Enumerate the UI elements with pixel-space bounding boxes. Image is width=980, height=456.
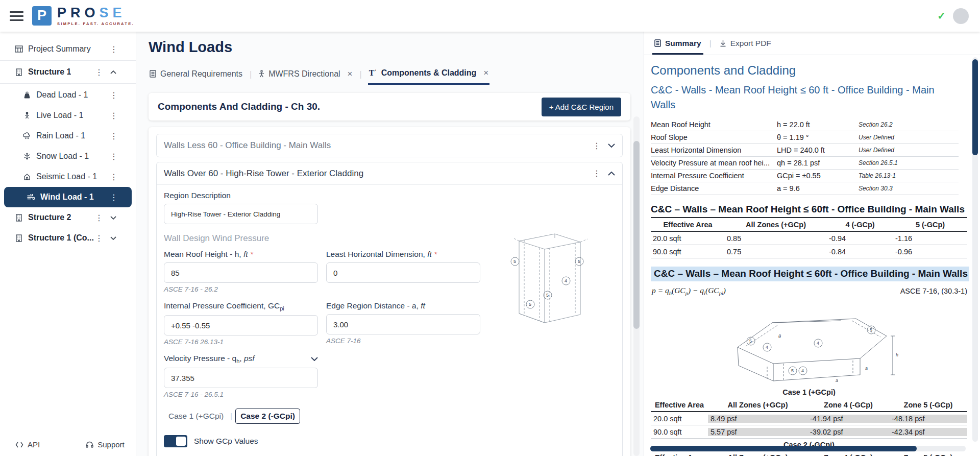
close-icon[interactable]: ×: [483, 68, 488, 78]
close-icon[interactable]: ×: [348, 69, 353, 79]
kebab-menu-icon[interactable]: ⋮: [593, 169, 601, 178]
svg-text:θ: θ: [778, 334, 781, 339]
chevron-up-icon[interactable]: [608, 172, 615, 176]
add-cc-region-button[interactable]: + Add C&C Region: [542, 98, 621, 116]
kebab-menu-icon[interactable]: ⋮: [109, 152, 118, 161]
field-edge-region-distance: Edge Region Distance - a, ftASCE 7-16: [326, 301, 480, 346]
api-label: API: [28, 440, 40, 449]
accordion-walls-over-60[interactable]: Walls Over 60 - High-Rise Tower - Exteri…: [156, 162, 623, 456]
wind-loads-main-panel: Wind Loads General Requirements|MWFRS Di…: [136, 32, 644, 456]
sidebar-item-dead-load-1[interactable]: Dead Load - 1⋮: [0, 85, 136, 105]
kebab-menu-icon[interactable]: ⋮: [109, 44, 118, 54]
table-row: 90.0 sqft5.57 psf-39.02 psf-42.34 psf: [651, 425, 967, 439]
kebab-menu-icon[interactable]: ⋮: [109, 111, 118, 121]
parameter-label: Velocity Pressure at mean roof hei...: [651, 159, 777, 167]
kebab-menu-icon[interactable]: ⋮: [593, 141, 601, 151]
svg-text:5: 5: [791, 368, 794, 373]
sidebar-item-seismic-load-1[interactable]: Seismic Load - 1⋮: [0, 166, 136, 187]
logo-wordmark: PROSE: [57, 6, 134, 20]
sidebar-item-structure-2[interactable]: Structure 2⋮: [0, 207, 136, 228]
svg-text:4: 4: [565, 278, 567, 283]
case-tab-1[interactable]: Case 1 (+GCpi): [165, 409, 227, 423]
kebab-menu-icon[interactable]: ⋮: [94, 213, 104, 223]
main-scrollbar-thumb[interactable]: [633, 141, 640, 329]
chevron-down-icon[interactable]: [608, 143, 615, 148]
main-scrollbar-track[interactable]: [633, 116, 640, 456]
least-horizontal-dimension-input[interactable]: [326, 262, 480, 283]
tab-general-requirements[interactable]: General Requirements: [149, 65, 243, 84]
svg-text:5: 5: [513, 259, 516, 264]
show-gcp-toggle[interactable]: [164, 435, 187, 447]
wind-icon: [27, 193, 35, 202]
velocity-pressure-input[interactable]: [164, 368, 318, 388]
sidebar-item-structure-1[interactable]: Structure 1⋮: [0, 62, 136, 82]
tab-mwfrs-directional[interactable]: MWFRS Directional×: [258, 65, 353, 84]
summary-panel: Summary | Export PDF Components and Clad…: [644, 32, 980, 456]
tab-summary[interactable]: Summary: [652, 32, 703, 55]
sidebar-item-label: Project Summary: [28, 44, 91, 54]
sidebar-item-label: Structure 1 (Co...: [28, 233, 94, 243]
chevron-up-icon[interactable]: [110, 70, 116, 74]
person-wind-icon: [259, 70, 264, 78]
kebab-menu-icon[interactable]: ⋮: [109, 172, 118, 182]
export-pdf-button[interactable]: Export PDF: [718, 32, 773, 55]
sidebar-item-live-load-1[interactable]: Live Load - 1⋮: [0, 105, 136, 126]
summary-doc-icon: [654, 39, 661, 47]
parameter-value: h = 22.0 ft: [777, 121, 859, 129]
parameter-row: Edge Distancea = 9.6Section 30.3: [651, 182, 959, 195]
parameter-reference: User Defined: [859, 147, 894, 154]
hamburger-menu-icon[interactable]: [10, 11, 23, 21]
internal-pressure-coefficient-reference: ASCE 7-16 26.13-1: [164, 338, 318, 346]
saved-check-icon: ✓: [937, 10, 946, 22]
logo-p-icon: P: [32, 6, 52, 26]
sidebar-item-rain-load-1[interactable]: Rain Load - 1⋮: [0, 126, 136, 146]
kebab-menu-icon[interactable]: ⋮: [109, 193, 118, 202]
accordion-title: Walls Less 60 - Office Building - Main W…: [164, 140, 331, 151]
project-tree-sidebar: Project Summary⋮Structure 1⋮Dead Load - …: [0, 32, 136, 456]
chevron-down-icon[interactable]: [311, 357, 318, 361]
mean-roof-height-label: Mean Roof Height - h, ft*: [164, 250, 254, 259]
chevron-down-icon[interactable]: [110, 216, 116, 220]
internal-pressure-coefficient-input[interactable]: [164, 315, 318, 335]
accordion-walls-less-60[interactable]: Walls Less 60 - Office Building - Main W…: [156, 134, 623, 157]
sidebar-item-snow-load-1[interactable]: Snow Load - 1⋮: [0, 146, 136, 166]
section-header-bar: Components And Cladding - Ch 30. + Add C…: [149, 93, 630, 121]
kebab-menu-icon[interactable]: ⋮: [109, 90, 118, 100]
kebab-menu-icon[interactable]: ⋮: [109, 131, 118, 141]
wind-load-tabs: General Requirements|MWFRS Directional×|…: [149, 64, 630, 85]
chevron-down-icon[interactable]: [110, 236, 116, 240]
parameter-value: LHD = 240.0 ft: [777, 146, 859, 154]
kebab-menu-icon[interactable]: ⋮: [94, 67, 104, 77]
sidebar-item-structure-1-co[interactable]: Structure 1 (Co...⋮: [0, 228, 136, 248]
support-link[interactable]: Support: [86, 440, 125, 449]
sidebar-item-label: Structure 1: [28, 67, 71, 77]
sidebar-item-wind-load-1[interactable]: Wind Load - 1⋮: [4, 187, 132, 207]
parameters-table: Mean Roof Heighth = 22.0 ftSection 26.2R…: [651, 118, 959, 195]
sidebar-item-label: Snow Load - 1: [36, 152, 89, 161]
region-description-input[interactable]: [164, 204, 318, 224]
field-internal-pressure-coefficient: Internal Pressure Coefficient, GCpiASCE …: [164, 301, 318, 346]
sidebar-item-label: Seismic Load - 1: [36, 172, 97, 181]
api-link[interactable]: API: [15, 440, 40, 449]
summary-vscrollbar-thumb[interactable]: [972, 59, 978, 155]
velocity-pressure-reference: ASCE 7-16 - 26.5.1: [164, 391, 318, 398]
parameter-row: Least Horizontal DimensionLHD = 240.0 ft…: [651, 144, 959, 157]
mean-roof-height-reference: ASCE 7-16 - 26.2: [164, 285, 318, 293]
mean-roof-height-input[interactable]: [164, 262, 318, 283]
parameter-value: GCpi = ±0.55: [777, 172, 859, 180]
user-avatar[interactable]: [953, 8, 969, 24]
table-header-row: Effective AreaAll Zones (+GCp)Zone 4 (-G…: [651, 451, 967, 456]
parameter-reference: User Defined: [859, 134, 894, 141]
table-row: 20.0 sqft8.49 psf-41.94 psf-48.18 psf: [651, 412, 967, 425]
kebab-menu-icon[interactable]: ⋮: [94, 233, 104, 243]
case-tab-2[interactable]: Case 2 (-GCpi): [235, 409, 300, 424]
building-icon: [14, 234, 23, 243]
page-title: Wind Loads: [149, 39, 630, 56]
tab-components-cladding[interactable]: TˈComponents & Cladding×: [368, 64, 490, 85]
design-pressure-formula: p = qh(GCp) − qi(GCpi): [652, 286, 726, 296]
summary-hscrollbar-thumb[interactable]: [650, 446, 917, 451]
grid-table-icon: [14, 45, 23, 54]
sidebar-item-project-summary[interactable]: Project Summary⋮: [0, 39, 136, 59]
headset-icon: [86, 441, 93, 448]
edge-region-distance-input[interactable]: [326, 314, 480, 334]
